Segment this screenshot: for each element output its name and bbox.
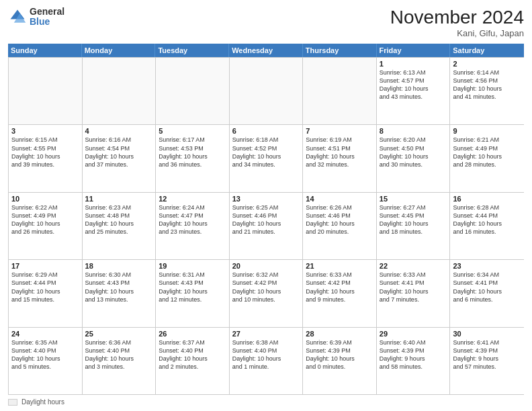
cell-info-w2-d2: Sunrise: 6:24 AM Sunset: 4:47 PM Dayligh… [159,203,226,236]
calendar-cell-w2-d1: 11Sunrise: 6:23 AM Sunset: 4:48 PM Dayli… [83,193,157,259]
calendar-cell-w1-d6: 9Sunrise: 6:21 AM Sunset: 4:49 PM Daylig… [450,125,524,191]
day-number-w3-d1: 18 [85,262,153,270]
header-tuesday: Tuesday [155,44,229,57]
header-friday: Friday [377,44,451,57]
cell-info-w1-d6: Sunrise: 6:21 AM Sunset: 4:49 PM Dayligh… [453,136,521,169]
day-number-w4-d3: 27 [232,330,300,338]
day-number-w3-d6: 23 [453,262,521,270]
calendar-row-3: 17Sunrise: 6:29 AM Sunset: 4:44 PM Dayli… [9,259,524,326]
day-number-w1-d2: 5 [159,127,226,135]
day-number-w1-d0: 3 [11,127,79,135]
day-number-w2-d2: 12 [159,195,226,203]
cell-info-w1-d1: Sunrise: 6:16 AM Sunset: 4:54 PM Dayligh… [85,136,153,169]
calendar-cell-w2-d6: 16Sunrise: 6:28 AM Sunset: 4:44 PM Dayli… [450,193,524,259]
calendar-cell-w3-d6: 23Sunrise: 6:34 AM Sunset: 4:41 PM Dayli… [450,260,524,326]
cell-info-w1-d0: Sunrise: 6:15 AM Sunset: 4:55 PM Dayligh… [11,136,79,169]
calendar-row-4: 24Sunrise: 6:35 AM Sunset: 4:40 PM Dayli… [9,327,524,394]
calendar-cell-w3-d3: 20Sunrise: 6:32 AM Sunset: 4:42 PM Dayli… [230,260,304,326]
day-number-w0-d5: 1 [380,60,447,68]
calendar-cell-w3-d0: 17Sunrise: 6:29 AM Sunset: 4:44 PM Dayli… [9,260,83,326]
calendar-body: 1Sunrise: 6:13 AM Sunset: 4:57 PM Daylig… [8,57,524,395]
header-saturday: Saturday [450,44,524,57]
location: Kani, Gifu, Japan [390,28,524,38]
cell-info-w4-d4: Sunrise: 6:39 AM Sunset: 4:39 PM Dayligh… [306,338,373,371]
cell-info-w1-d4: Sunrise: 6:19 AM Sunset: 4:51 PM Dayligh… [306,136,373,169]
header-monday: Monday [82,44,156,57]
calendar-cell-w3-d4: 21Sunrise: 6:33 AM Sunset: 4:42 PM Dayli… [303,260,377,326]
cell-info-w3-d5: Sunrise: 6:33 AM Sunset: 4:41 PM Dayligh… [380,271,447,304]
header: General Blue November 2024 Kani, Gifu, J… [8,7,524,38]
calendar-cell-w4-d4: 28Sunrise: 6:39 AM Sunset: 4:39 PM Dayli… [303,328,377,394]
calendar-cell-w4-d2: 26Sunrise: 6:37 AM Sunset: 4:40 PM Dayli… [156,328,230,394]
cell-info-w3-d2: Sunrise: 6:31 AM Sunset: 4:43 PM Dayligh… [159,271,226,304]
day-number-w1-d3: 6 [232,127,300,135]
calendar-cell-w1-d4: 7Sunrise: 6:19 AM Sunset: 4:51 PM Daylig… [303,125,377,191]
calendar-cell-w0-d3 [230,58,304,124]
calendar-cell-w4-d3: 27Sunrise: 6:38 AM Sunset: 4:40 PM Dayli… [230,328,304,394]
legend-label: Daylight hours [21,398,64,406]
cell-info-w2-d6: Sunrise: 6:28 AM Sunset: 4:44 PM Dayligh… [453,203,521,236]
calendar-cell-w4-d1: 25Sunrise: 6:36 AM Sunset: 4:40 PM Dayli… [83,328,157,394]
calendar-cell-w4-d0: 24Sunrise: 6:35 AM Sunset: 4:40 PM Dayli… [9,328,83,394]
day-number-w4-d5: 29 [380,330,447,338]
day-number-w2-d3: 13 [232,195,300,203]
cell-info-w3-d1: Sunrise: 6:30 AM Sunset: 4:43 PM Dayligh… [85,271,153,304]
logo-general-text: General [30,7,64,17]
cell-info-w1-d3: Sunrise: 6:18 AM Sunset: 4:52 PM Dayligh… [232,136,300,169]
day-number-w2-d1: 11 [85,195,153,203]
day-number-w4-d0: 24 [11,330,79,338]
calendar-cell-w0-d1 [83,58,157,124]
calendar-row-1: 3Sunrise: 6:15 AM Sunset: 4:55 PM Daylig… [9,124,524,191]
calendar-cell-w1-d3: 6Sunrise: 6:18 AM Sunset: 4:52 PM Daylig… [230,125,304,191]
calendar-cell-w0-d4 [303,58,377,124]
calendar-cell-w2-d0: 10Sunrise: 6:22 AM Sunset: 4:49 PM Dayli… [9,193,83,259]
calendar-cell-w0-d0 [9,58,83,124]
cell-info-w2-d3: Sunrise: 6:25 AM Sunset: 4:46 PM Dayligh… [232,203,300,236]
month-title: November 2024 [390,7,524,28]
cell-info-w2-d1: Sunrise: 6:23 AM Sunset: 4:48 PM Dayligh… [85,203,153,236]
calendar-cell-w1-d5: 8Sunrise: 6:20 AM Sunset: 4:50 PM Daylig… [377,125,451,191]
calendar-cell-w1-d2: 5Sunrise: 6:17 AM Sunset: 4:53 PM Daylig… [156,125,230,191]
cell-info-w1-d2: Sunrise: 6:17 AM Sunset: 4:53 PM Dayligh… [159,136,226,169]
day-number-w1-d1: 4 [85,127,153,135]
calendar-cell-w4-d6: 30Sunrise: 6:41 AM Sunset: 4:39 PM Dayli… [450,328,524,394]
cell-info-w2-d4: Sunrise: 6:26 AM Sunset: 4:46 PM Dayligh… [306,203,373,236]
page-container: General Blue November 2024 Kani, Gifu, J… [0,0,532,411]
cell-info-w4-d0: Sunrise: 6:35 AM Sunset: 4:40 PM Dayligh… [11,338,79,371]
cell-info-w3-d3: Sunrise: 6:32 AM Sunset: 4:42 PM Dayligh… [232,271,300,304]
cell-info-w4-d1: Sunrise: 6:36 AM Sunset: 4:40 PM Dayligh… [85,338,153,371]
calendar-row-0: 1Sunrise: 6:13 AM Sunset: 4:57 PM Daylig… [9,57,524,124]
cell-info-w4-d2: Sunrise: 6:37 AM Sunset: 4:40 PM Dayligh… [159,338,226,371]
cell-info-w2-d5: Sunrise: 6:27 AM Sunset: 4:45 PM Dayligh… [380,203,447,236]
cell-info-w4-d6: Sunrise: 6:41 AM Sunset: 4:39 PM Dayligh… [453,338,521,371]
logo: General Blue [8,7,64,28]
calendar-cell-w3-d1: 18Sunrise: 6:30 AM Sunset: 4:43 PM Dayli… [83,260,157,326]
cell-info-w4-d3: Sunrise: 6:38 AM Sunset: 4:40 PM Dayligh… [232,338,300,371]
calendar-cell-w2-d4: 14Sunrise: 6:26 AM Sunset: 4:46 PM Dayli… [303,193,377,259]
calendar-cell-w4-d5: 29Sunrise: 6:40 AM Sunset: 4:39 PM Dayli… [377,328,451,394]
day-number-w1-d5: 8 [380,127,447,135]
cell-info-w0-d6: Sunrise: 6:14 AM Sunset: 4:56 PM Dayligh… [453,68,521,101]
calendar: Sunday Monday Tuesday Wednesday Thursday… [8,44,524,395]
day-number-w2-d4: 14 [306,195,373,203]
header-wednesday: Wednesday [229,44,303,57]
day-number-w4-d1: 25 [85,330,153,338]
cell-info-w3-d4: Sunrise: 6:33 AM Sunset: 4:42 PM Dayligh… [306,271,373,304]
cell-info-w2-d0: Sunrise: 6:22 AM Sunset: 4:49 PM Dayligh… [11,203,79,236]
day-number-w4-d2: 26 [159,330,226,338]
logo-blue-text: Blue [30,17,64,27]
day-number-w3-d2: 19 [159,262,226,270]
calendar-row-2: 10Sunrise: 6:22 AM Sunset: 4:49 PM Dayli… [9,192,524,259]
day-number-w1-d4: 7 [306,127,373,135]
cell-info-w0-d5: Sunrise: 6:13 AM Sunset: 4:57 PM Dayligh… [380,68,447,101]
cell-info-w1-d5: Sunrise: 6:20 AM Sunset: 4:50 PM Dayligh… [380,136,447,169]
header-sunday: Sunday [8,44,82,57]
calendar-cell-w1-d1: 4Sunrise: 6:16 AM Sunset: 4:54 PM Daylig… [83,125,157,191]
calendar-cell-w0-d6: 2Sunrise: 6:14 AM Sunset: 4:56 PM Daylig… [450,58,524,124]
calendar-cell-w0-d5: 1Sunrise: 6:13 AM Sunset: 4:57 PM Daylig… [377,58,451,124]
day-number-w2-d0: 10 [11,195,79,203]
header-thursday: Thursday [303,44,377,57]
cell-info-w3-d6: Sunrise: 6:34 AM Sunset: 4:41 PM Dayligh… [453,271,521,304]
legend: Daylight hours [8,398,524,406]
calendar-header: Sunday Monday Tuesday Wednesday Thursday… [8,44,524,57]
